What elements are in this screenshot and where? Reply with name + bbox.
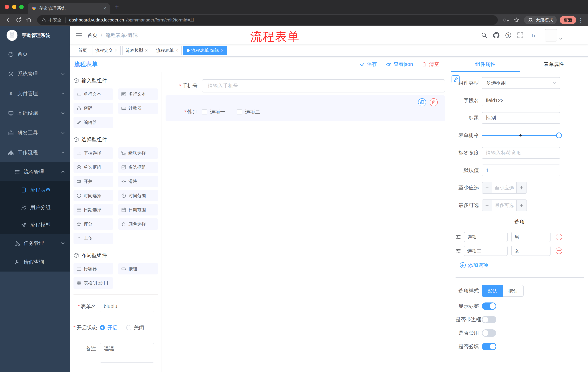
avatar[interactable] — [545, 29, 557, 42]
tab-close-icon[interactable]: × — [103, 6, 106, 11]
docs-link-button[interactable] — [452, 75, 460, 83]
fullscreen-icon[interactable] — [517, 32, 524, 39]
option-label-input[interactable] — [464, 246, 508, 256]
style-button-button[interactable]: 按钮 — [503, 285, 524, 297]
component-time-picker[interactable]: 时间选择 — [74, 190, 113, 201]
canvas-field-gender-selected[interactable]: 性别 选项一 选项二 — [166, 95, 445, 121]
user-menu[interactable] — [545, 29, 563, 42]
component-switch[interactable]: 开关 — [74, 176, 113, 187]
form-grid-slider[interactable] — [482, 130, 562, 141]
view-json-button[interactable]: 查看json — [386, 61, 413, 68]
hamburger-icon[interactable] — [76, 32, 82, 39]
sidebar-item-devtools[interactable]: 研发工具 — [0, 123, 70, 143]
canvas-field-phone[interactable]: 手机号 — [166, 79, 445, 93]
form-name-input[interactable] — [100, 301, 154, 312]
disabled-switch[interactable] — [482, 329, 496, 337]
sidebar-item-task-management[interactable]: 任务管理 — [0, 234, 70, 253]
option-label-input[interactable] — [464, 232, 508, 242]
clear-button[interactable]: 清空 — [422, 61, 439, 68]
sidebar-item-process-form[interactable]: 流程表单 — [0, 181, 70, 199]
close-window-button[interactable] — [5, 5, 9, 9]
sidebar-item-home[interactable]: 首页 — [0, 44, 70, 64]
sidebar-item-infrastructure[interactable]: 基础设施 — [0, 103, 70, 123]
search-icon[interactable] — [481, 32, 488, 39]
sidebar-item-process-management[interactable]: 流程管理 — [0, 162, 70, 181]
show-label-switch[interactable] — [482, 302, 496, 310]
minimize-window-button[interactable] — [12, 5, 16, 9]
save-button[interactable]: 保存 — [360, 61, 377, 68]
component-counter[interactable]: 计数器 — [118, 103, 158, 114]
remove-option-button[interactable] — [556, 247, 562, 254]
decrease-button[interactable] — [482, 182, 492, 193]
back-button[interactable] — [4, 15, 13, 25]
tag-home[interactable]: 首页 — [75, 46, 90, 55]
sidebar-item-process-model[interactable]: 流程模型 — [0, 216, 70, 234]
option-value-input[interactable] — [511, 232, 551, 242]
checkbox-icon[interactable] — [202, 109, 207, 115]
radio-closed[interactable]: 关闭 — [126, 324, 144, 331]
help-icon[interactable] — [505, 32, 512, 39]
reload-button[interactable] — [14, 15, 23, 25]
tag-close-icon[interactable] — [175, 48, 178, 53]
option-value-input[interactable] — [511, 246, 551, 256]
tag-close-icon[interactable] — [115, 48, 117, 53]
field-name-input[interactable] — [482, 95, 560, 106]
component-slider[interactable]: 滑块 — [118, 176, 158, 187]
increase-button[interactable] — [516, 182, 526, 193]
tab-component-props[interactable]: 组件属性 — [451, 57, 520, 72]
browser-update-button[interactable]: 更新 — [560, 16, 576, 24]
gender-option-1[interactable]: 选项一 — [202, 108, 225, 115]
delete-field-button[interactable] — [430, 98, 438, 106]
border-switch[interactable] — [482, 316, 496, 323]
component-single-text[interactable]: 单行文本 — [74, 88, 113, 100]
component-radio-group[interactable]: 单选框组 — [74, 162, 113, 173]
component-button[interactable]: 按钮 — [118, 263, 158, 275]
component-checkbox-group[interactable]: 多选框组 — [118, 162, 158, 173]
stepper-placeholder[interactable]: 至少应选 — [492, 182, 516, 193]
font-size-icon[interactable] — [529, 32, 536, 39]
component-multi-text[interactable]: 多行文本 — [118, 88, 158, 100]
breadcrumb-home[interactable]: 首页 — [87, 32, 97, 39]
drag-handle-icon[interactable] — [456, 248, 461, 254]
add-option-button[interactable]: 添加选项 — [460, 262, 588, 269]
component-type-select[interactable]: 多选框组 — [482, 77, 560, 89]
tag-process-model[interactable]: 流程模型 — [122, 46, 151, 55]
address-bar[interactable]: 不安全 dashboard.yudao.iocoder.cn/bpm/manag… — [37, 15, 498, 25]
bookmark-star-icon[interactable] — [512, 15, 521, 25]
browser-menu-icon[interactable] — [577, 17, 584, 23]
copy-field-button[interactable] — [418, 98, 426, 106]
form-canvas[interactable]: 手机号 性别 — [162, 72, 451, 372]
slider-handle[interactable] — [556, 132, 562, 138]
sidebar-item-system[interactable]: 系统管理 — [0, 64, 70, 84]
tag-process-definition[interactable]: 流程定义 — [92, 46, 121, 55]
sidebar-item-payment[interactable]: ¥ 支付管理 — [0, 84, 70, 103]
tag-close-icon[interactable] — [221, 48, 224, 53]
tag-process-form-edit[interactable]: 流程表单-编辑 — [183, 46, 227, 55]
radio-open[interactable]: 开启 — [100, 324, 117, 331]
github-icon[interactable] — [493, 32, 500, 39]
tag-close-icon[interactable] — [145, 48, 148, 53]
checkbox-icon[interactable] — [237, 109, 242, 115]
component-password[interactable]: 密码 — [74, 103, 113, 114]
sidebar-item-leave-query[interactable]: 请假查询 — [0, 253, 70, 272]
decrease-button[interactable] — [482, 200, 492, 211]
home-button[interactable] — [24, 15, 33, 25]
remove-option-button[interactable] — [556, 234, 562, 240]
style-default-button[interactable]: 默认 — [482, 285, 503, 297]
component-cascader[interactable]: 级联选择 — [118, 148, 158, 159]
sidebar-item-user-group[interactable]: 用户分组 — [0, 199, 70, 216]
component-table[interactable]: 表格[开发中] — [74, 277, 113, 289]
fullscreen-window-button[interactable] — [19, 5, 24, 9]
stepper-placeholder[interactable]: 最多可选 — [492, 200, 516, 211]
component-date-range[interactable]: 日期范围 — [118, 204, 158, 215]
component-editor[interactable]: 编辑器 — [74, 117, 113, 128]
drag-handle-icon[interactable] — [456, 234, 461, 240]
component-row-container[interactable]: 行容器 — [74, 263, 113, 275]
gender-option-2[interactable]: 选项二 — [237, 108, 260, 115]
component-date-picker[interactable]: 日期选择 — [74, 204, 113, 215]
new-tab-button[interactable]: + — [115, 4, 119, 10]
phone-input[interactable] — [202, 79, 445, 93]
sidebar-item-workflow[interactable]: 工作流程 — [0, 143, 70, 162]
increase-button[interactable] — [516, 200, 526, 211]
component-rate[interactable]: 评分 — [74, 218, 113, 230]
